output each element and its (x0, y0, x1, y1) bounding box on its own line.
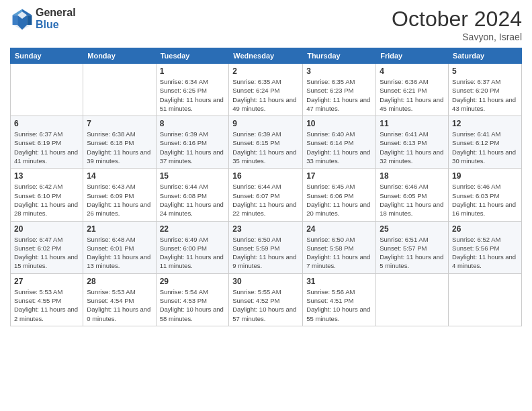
header-wednesday: Wednesday (229, 48, 303, 64)
day-info: Sunrise: 6:35 AM Sunset: 6:23 PM Dayligh… (306, 77, 372, 113)
logo-icon (10, 7, 34, 31)
day-info: Sunrise: 5:53 AM Sunset: 4:55 PM Dayligh… (14, 287, 79, 323)
day-cell: 7Sunrise: 6:38 AM Sunset: 6:18 PM Daylig… (83, 116, 156, 169)
day-info: Sunrise: 5:54 AM Sunset: 4:53 PM Dayligh… (160, 287, 226, 323)
day-info: Sunrise: 6:44 AM Sunset: 6:07 PM Dayligh… (232, 182, 299, 218)
logo-general: General (36, 7, 76, 19)
day-cell: 22Sunrise: 6:49 AM Sunset: 6:00 PM Dayli… (156, 221, 229, 273)
day-number: 6 (14, 119, 79, 128)
day-info: Sunrise: 6:46 AM Sunset: 6:03 PM Dayligh… (452, 182, 518, 218)
day-cell: 30Sunrise: 5:55 AM Sunset: 4:52 PM Dayli… (229, 273, 303, 326)
day-info: Sunrise: 6:39 AM Sunset: 6:16 PM Dayligh… (160, 130, 226, 165)
header-sunday: Sunday (11, 48, 83, 64)
day-number: 26 (452, 224, 518, 234)
svg-marker-3 (27, 15, 32, 25)
day-number: 23 (232, 224, 299, 234)
day-cell: 5Sunrise: 6:37 AM Sunset: 6:20 PM Daylig… (449, 64, 522, 116)
logo: General Blue (10, 7, 76, 31)
day-info: Sunrise: 6:51 AM Sunset: 5:57 PM Dayligh… (380, 235, 445, 271)
logo-blue: Blue (36, 19, 76, 31)
day-cell: 18Sunrise: 6:46 AM Sunset: 6:05 PM Dayli… (376, 169, 449, 221)
day-info: Sunrise: 6:44 AM Sunset: 6:08 PM Dayligh… (160, 182, 226, 218)
day-number: 12 (452, 119, 518, 128)
day-number: 10 (306, 119, 372, 128)
page-header: General Blue October 2024 Savyon, Israel (10, 7, 522, 42)
day-info: Sunrise: 5:53 AM Sunset: 4:54 PM Dayligh… (87, 287, 152, 323)
week-row-0: 1Sunrise: 6:34 AM Sunset: 6:25 PM Daylig… (11, 64, 522, 116)
day-cell: 1Sunrise: 6:34 AM Sunset: 6:25 PM Daylig… (156, 64, 229, 116)
day-number: 9 (232, 119, 299, 128)
day-cell (376, 273, 449, 326)
day-info: Sunrise: 6:46 AM Sunset: 6:05 PM Dayligh… (380, 182, 445, 218)
day-info: Sunrise: 6:50 AM Sunset: 5:58 PM Dayligh… (306, 235, 372, 271)
day-info: Sunrise: 6:43 AM Sunset: 6:09 PM Dayligh… (87, 182, 152, 218)
day-info: Sunrise: 6:37 AM Sunset: 6:20 PM Dayligh… (452, 77, 518, 113)
day-cell: 23Sunrise: 6:50 AM Sunset: 5:59 PM Dayli… (229, 221, 303, 273)
day-number: 16 (232, 171, 299, 181)
day-info: Sunrise: 6:37 AM Sunset: 6:19 PM Dayligh… (14, 130, 79, 165)
day-cell: 4Sunrise: 6:36 AM Sunset: 6:21 PM Daylig… (376, 64, 449, 116)
header-row: SundayMondayTuesdayWednesdayThursdayFrid… (11, 48, 522, 64)
day-cell: 29Sunrise: 5:54 AM Sunset: 4:53 PM Dayli… (156, 273, 229, 326)
day-number: 22 (160, 224, 226, 234)
day-number: 5 (452, 66, 518, 76)
week-row-3: 20Sunrise: 6:47 AM Sunset: 6:02 PM Dayli… (11, 221, 522, 273)
day-cell: 26Sunrise: 6:52 AM Sunset: 5:56 PM Dayli… (449, 221, 522, 273)
day-info: Sunrise: 6:35 AM Sunset: 6:24 PM Dayligh… (232, 77, 299, 113)
week-row-1: 6Sunrise: 6:37 AM Sunset: 6:19 PM Daylig… (11, 116, 522, 169)
day-info: Sunrise: 6:38 AM Sunset: 6:18 PM Dayligh… (87, 130, 152, 165)
day-cell: 14Sunrise: 6:43 AM Sunset: 6:09 PM Dayli… (83, 169, 156, 221)
day-number: 15 (160, 171, 226, 181)
day-cell: 20Sunrise: 6:47 AM Sunset: 6:02 PM Dayli… (11, 221, 83, 273)
day-cell (449, 273, 522, 326)
day-info: Sunrise: 5:56 AM Sunset: 4:51 PM Dayligh… (306, 287, 372, 323)
day-info: Sunrise: 6:48 AM Sunset: 6:01 PM Dayligh… (87, 235, 152, 271)
day-cell: 13Sunrise: 6:42 AM Sunset: 6:10 PM Dayli… (11, 169, 83, 221)
calendar-table: SundayMondayTuesdayWednesdayThursdayFrid… (10, 48, 522, 326)
day-info: Sunrise: 6:45 AM Sunset: 6:06 PM Dayligh… (306, 182, 372, 218)
day-number: 17 (306, 171, 372, 181)
month-title: October 2024 (392, 7, 522, 32)
day-info: Sunrise: 6:39 AM Sunset: 6:15 PM Dayligh… (232, 130, 299, 165)
day-number: 2 (232, 66, 299, 76)
day-cell: 2Sunrise: 6:35 AM Sunset: 6:24 PM Daylig… (229, 64, 303, 116)
day-cell: 8Sunrise: 6:39 AM Sunset: 6:16 PM Daylig… (156, 116, 229, 169)
day-cell: 27Sunrise: 5:53 AM Sunset: 4:55 PM Dayli… (11, 273, 83, 326)
day-info: Sunrise: 6:41 AM Sunset: 6:12 PM Dayligh… (452, 130, 518, 165)
day-info: Sunrise: 6:49 AM Sunset: 6:00 PM Dayligh… (160, 235, 226, 271)
day-number: 29 (160, 277, 226, 286)
day-number: 31 (306, 277, 372, 286)
day-cell: 28Sunrise: 5:53 AM Sunset: 4:54 PM Dayli… (83, 273, 156, 326)
day-number: 4 (380, 66, 445, 76)
calendar-page: General Blue October 2024 Savyon, Israel… (0, 0, 532, 411)
day-cell: 15Sunrise: 6:44 AM Sunset: 6:08 PM Dayli… (156, 169, 229, 221)
day-number: 30 (232, 277, 299, 286)
day-cell: 21Sunrise: 6:48 AM Sunset: 6:01 PM Dayli… (83, 221, 156, 273)
day-cell: 10Sunrise: 6:40 AM Sunset: 6:14 PM Dayli… (303, 116, 376, 169)
day-number: 28 (87, 277, 152, 286)
day-cell: 16Sunrise: 6:44 AM Sunset: 6:07 PM Dayli… (229, 169, 303, 221)
header-tuesday: Tuesday (156, 48, 229, 64)
day-number: 19 (452, 171, 518, 181)
week-row-4: 27Sunrise: 5:53 AM Sunset: 4:55 PM Dayli… (11, 273, 522, 326)
day-number: 1 (160, 66, 226, 76)
day-number: 8 (160, 119, 226, 128)
day-cell: 6Sunrise: 6:37 AM Sunset: 6:19 PM Daylig… (11, 116, 83, 169)
header-monday: Monday (83, 48, 156, 64)
day-number: 24 (306, 224, 372, 234)
day-number: 11 (380, 119, 445, 128)
location: Savyon, Israel (392, 32, 522, 42)
day-info: Sunrise: 6:36 AM Sunset: 6:21 PM Dayligh… (380, 77, 445, 113)
title-section: October 2024 Savyon, Israel (392, 7, 522, 42)
header-friday: Friday (376, 48, 449, 64)
day-info: Sunrise: 6:50 AM Sunset: 5:59 PM Dayligh… (232, 235, 299, 271)
day-info: Sunrise: 6:42 AM Sunset: 6:10 PM Dayligh… (14, 182, 79, 218)
day-number: 21 (87, 224, 152, 234)
day-number: 3 (306, 66, 372, 76)
day-info: Sunrise: 6:47 AM Sunset: 6:02 PM Dayligh… (14, 235, 79, 271)
day-cell (11, 64, 83, 116)
header-thursday: Thursday (303, 48, 376, 64)
day-info: Sunrise: 6:41 AM Sunset: 6:13 PM Dayligh… (380, 130, 445, 165)
day-number: 18 (380, 171, 445, 181)
day-number: 20 (14, 224, 79, 234)
